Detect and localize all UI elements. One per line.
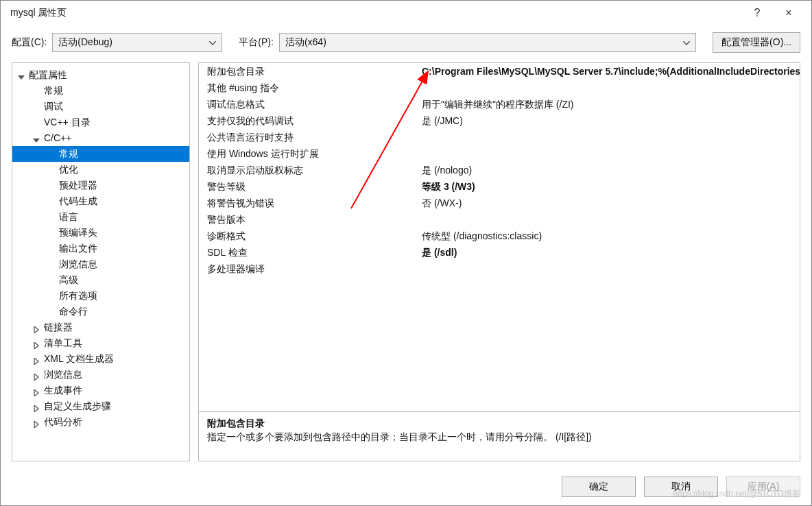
chevron-right-icon[interactable] [33, 417, 43, 426]
property-name: 调试信息格式 [199, 96, 422, 112]
property-row[interactable]: SDL 检查是 (/sdl) [199, 244, 800, 261]
platform-label: 平台(P): [239, 36, 274, 49]
chevron-right-icon[interactable] [33, 385, 43, 395]
property-row[interactable]: 其他 #using 指令 [199, 80, 800, 96]
tree-spacer [48, 259, 58, 269]
property-name: 其他 #using 指令 [199, 80, 422, 96]
tree-item[interactable]: 代码生成 [12, 193, 189, 209]
description-title: 附加包含目录 [207, 418, 791, 430]
chevron-down-icon[interactable] [33, 133, 43, 143]
dialog-window: mysql 属性页 ? × 配置(C): 活动(Debug) 平台(P): 活动… [0, 0, 812, 506]
tree-item-label: 所有选项 [59, 290, 97, 301]
tree-item[interactable]: 高级 [12, 272, 189, 288]
property-row[interactable]: 附加包含目录C:\Program Files\MySQL\MySQL Serve… [199, 63, 800, 80]
tree-item[interactable]: 常规 [12, 83, 189, 99]
tree-item[interactable]: 所有选项 [12, 288, 189, 304]
tree-item[interactable]: 输出文件 [12, 241, 189, 256]
tree-item[interactable]: 浏览信息 [12, 367, 189, 383]
property-name: 警告等级 [199, 178, 422, 195]
cancel-button[interactable]: 取消 [644, 477, 718, 497]
config-select-value: 活动(Debug) [58, 36, 112, 49]
tree-item-label: 浏览信息 [59, 258, 97, 269]
close-button[interactable]: × [773, 1, 804, 25]
tree-spacer [48, 275, 58, 285]
property-name: SDL 检查 [199, 244, 422, 261]
property-row[interactable]: 多处理器编译 [199, 261, 800, 277]
property-row[interactable]: 支持仅我的代码调试是 (/JMC) [199, 112, 800, 129]
tree-item[interactable]: 代码分析 [12, 414, 189, 430]
tree-item[interactable]: 命令行 [12, 304, 189, 320]
tree-item-label: 常规 [44, 85, 63, 96]
property-row[interactable]: 公共语言运行时支持 [199, 129, 800, 145]
tree-item-label: 浏览信息 [44, 369, 82, 380]
property-value[interactable]: 用于"编辑并继续"的程序数据库 (/ZI) [422, 96, 800, 112]
property-value[interactable]: 否 (/WX-) [422, 195, 800, 211]
property-name: 附加包含目录 [199, 63, 422, 80]
tree-item[interactable]: 配置属性 [12, 67, 189, 83]
tree-item[interactable]: C/C++ [12, 130, 189, 146]
tree-item-label: 代码分析 [44, 416, 82, 427]
tree-spacer [48, 228, 58, 237]
platform-select-value: 活动(x64) [285, 36, 326, 49]
property-value[interactable]: 是 (/JMC) [422, 112, 800, 129]
property-value[interactable] [422, 145, 800, 162]
chevron-right-icon[interactable] [33, 354, 43, 363]
tree-item[interactable]: 浏览信息 [12, 256, 189, 272]
chevron-right-icon[interactable] [33, 322, 43, 332]
config-select[interactable]: 活动(Debug) [52, 33, 222, 52]
chevron-right-icon[interactable] [33, 401, 43, 411]
platform-select[interactable]: 活动(x64) [279, 33, 696, 52]
tree-item[interactable]: 预处理器 [12, 178, 189, 193]
description-panel: 附加包含目录 指定一个或多个要添加到包含路径中的目录；当目录不止一个时，请用分号… [198, 412, 800, 461]
ok-button[interactable]: 确定 [562, 477, 636, 497]
property-name: 使用 Windows 运行时扩展 [199, 145, 422, 162]
tree-item[interactable]: 链接器 [12, 320, 189, 335]
tree-item-label: 高级 [59, 274, 78, 285]
tree-item[interactable]: 语言 [12, 209, 189, 225]
tree-item-label: XML 文档生成器 [44, 353, 114, 364]
property-row[interactable]: 警告等级等级 3 (/W3) [199, 178, 800, 195]
property-value[interactable]: 等级 3 (/W3) [422, 178, 800, 195]
tree-item[interactable]: VC++ 目录 [12, 115, 189, 130]
category-tree[interactable]: 配置属性常规调试VC++ 目录C/C++常规优化预处理器代码生成语言预编译头输出… [12, 62, 190, 461]
property-value[interactable]: 是 (/sdl) [422, 244, 800, 261]
tree-item[interactable]: 调试 [12, 99, 189, 115]
tree-item[interactable]: 预编译头 [12, 225, 189, 241]
property-row[interactable]: 取消显示启动版权标志是 (/nologo) [199, 162, 800, 178]
tree-item[interactable]: 清单工具 [12, 335, 189, 351]
property-row[interactable]: 警告版本 [199, 211, 800, 228]
tree-item[interactable]: 生成事件 [12, 383, 189, 398]
property-row[interactable]: 使用 Windows 运行时扩展 [199, 145, 800, 162]
tree-spacer [33, 86, 43, 95]
tree-item[interactable]: XML 文档生成器 [12, 351, 189, 367]
apply-button[interactable]: 应用(A) [726, 477, 800, 497]
tree-item[interactable]: 常规 [12, 146, 189, 162]
tree-item-label: VC++ 目录 [44, 117, 91, 128]
property-value[interactable] [422, 129, 800, 145]
property-value[interactable]: 传统型 (/diagnostics:classic) [422, 228, 800, 244]
property-value[interactable] [422, 211, 800, 228]
property-row[interactable]: 诊断格式传统型 (/diagnostics:classic) [199, 228, 800, 244]
property-value[interactable]: 是 (/nologo) [422, 162, 800, 178]
property-value[interactable] [422, 80, 800, 96]
chevron-right-icon[interactable] [33, 370, 43, 379]
property-row[interactable]: 将警告视为错误否 (/WX-) [199, 195, 800, 211]
config-manager-button[interactable]: 配置管理器(O)... [713, 32, 800, 53]
property-name: 取消显示启动版权标志 [199, 162, 422, 178]
tree-spacer [48, 291, 58, 300]
property-name: 多处理器编译 [199, 261, 422, 277]
tree-item-label: 代码生成 [59, 195, 97, 206]
property-value[interactable] [422, 261, 800, 277]
chevron-right-icon[interactable] [33, 338, 43, 348]
property-grid[interactable]: 附加包含目录C:\Program Files\MySQL\MySQL Serve… [198, 62, 800, 412]
help-button[interactable]: ? [741, 1, 773, 25]
tree-spacer [33, 117, 43, 127]
tree-item[interactable]: 优化 [12, 162, 189, 178]
tree-item-label: 自定义生成步骤 [44, 400, 111, 411]
chevron-down-icon[interactable] [18, 70, 27, 80]
property-row[interactable]: 调试信息格式用于"编辑并继续"的程序数据库 (/ZI) [199, 96, 800, 112]
tree-item[interactable]: 自定义生成步骤 [12, 398, 189, 414]
property-value[interactable]: C:\Program Files\MySQL\MySQL Server 5.7\… [422, 63, 800, 80]
tree-spacer [48, 212, 58, 221]
tree-item-label: 配置属性 [29, 69, 67, 80]
